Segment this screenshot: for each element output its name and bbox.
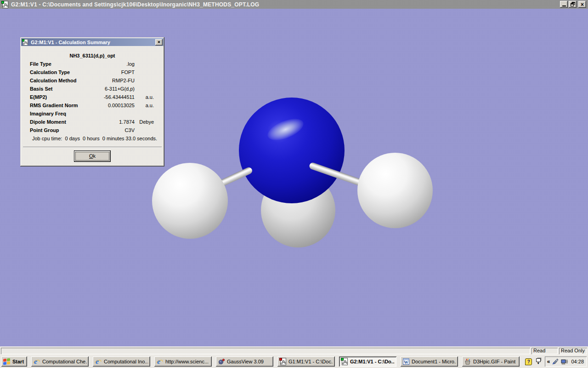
summary-row-dipole-moment: Dipole Moment 1.7874 Debye [21, 118, 164, 126]
taskbar-item-g2-window-active[interactable]: G2:M1:V1 - C:\Do... [339, 356, 396, 367]
read-only-badge-2: Read Only [559, 348, 587, 354]
taskbar-right-zone: ? ▼ « [524, 356, 587, 367]
row-label: RMS Gradient Norm [30, 103, 94, 108]
nitrogen-atom[interactable] [239, 98, 345, 203]
row-value: 1.7874 [94, 119, 135, 125]
close-icon: × [581, 2, 584, 7]
dialog-titlebar[interactable]: G2:M1:V1 - Calculation Summary × [21, 38, 164, 46]
row-unit: a.u. [135, 103, 154, 108]
window-status-dot [1, 1, 4, 4]
status-message-panel [1, 348, 530, 354]
taskbar-item-computational-che[interactable]: e Computational Che... [31, 356, 89, 367]
row-label: E(MP2) [30, 94, 94, 100]
minimize-icon [562, 6, 566, 6]
ok-button-focus-ring [76, 152, 109, 160]
dialog-body: NH3_6311(d,p)_opt File Type .log Calcula… [21, 46, 164, 165]
summary-row-emp2: E(MP2) -56.43444511 a.u. [21, 93, 164, 101]
row-label: Calculation Type [30, 69, 94, 75]
svg-text:W: W [404, 360, 408, 365]
row-unit: a.u. [135, 94, 154, 100]
close-button[interactable]: × [578, 1, 586, 8]
taskbar-item-g1-window[interactable]: G1:M1:V1 - C:\Doc... [277, 356, 335, 367]
row-value: -56.43444511 [94, 94, 135, 100]
summary-row-basis-set: Basis Set 6-311+G(d,p) [21, 85, 164, 93]
restore-icon [571, 2, 575, 7]
taskbar-item-computational-ino[interactable]: e Computational Ino... [93, 356, 150, 367]
calculation-summary-dialog: G2:M1:V1 - Calculation Summary × NH3_631… [20, 37, 164, 167]
gaussview-doc-icon-red [279, 358, 287, 365]
summary-row-file-type: File Type .log [21, 60, 164, 68]
dialog-close-button[interactable]: × [155, 39, 163, 46]
help-icon: ? [525, 358, 532, 365]
gaussview-doc-icon-green [341, 358, 348, 365]
task-label: Document1 - Micro... [412, 359, 456, 364]
row-value: 6-311+G(d,p) [94, 86, 135, 92]
row-unit: Debye [135, 119, 154, 125]
ok-button[interactable]: Ok [74, 151, 110, 161]
nitrogen-highlight [265, 114, 306, 144]
minimize-button[interactable] [560, 1, 568, 8]
job-title: NH3_6311(d,p)_opt [21, 52, 164, 60]
start-label: Start [12, 359, 24, 364]
row-label: File Type [30, 61, 94, 67]
row-value: RMP2-FU [94, 78, 135, 83]
ms-word-icon: W [402, 358, 410, 365]
ms-paint-icon [464, 358, 471, 365]
dialog-separator [23, 147, 162, 148]
taskbar-item-paint[interactable]: D3Hpic.GIF - Paint [462, 356, 520, 367]
task-label: GaussView 3.09 [227, 359, 264, 364]
dialog-close-icon: × [158, 40, 160, 45]
main-window-title: G2:M1:V1 - C:\Documents and Settings\cjk… [11, 1, 559, 8]
summary-row-point-group: Point Group C3V [21, 126, 164, 134]
summary-row-imaginary-freq: Imaginary Freq [21, 109, 164, 118]
start-button[interactable]: Start [1, 356, 27, 367]
dialog-title: G2:M1:V1 - Calculation Summary [31, 40, 155, 45]
hydrogen-atom-right[interactable] [357, 153, 433, 228]
task-label: Computational Ino... [104, 359, 148, 364]
task-label: D3Hpic.GIF - Paint [473, 359, 515, 364]
hydrogen-atom-left[interactable] [152, 163, 228, 239]
taskbar: Start e Computational Che... e Computati… [0, 355, 588, 368]
summary-row-rms-gradient: RMS Gradient Norm 0.00013025 a.u. [21, 101, 164, 109]
molecule-viewport[interactable]: G2:M1:V1 - Calculation Summary × NH3_631… [0, 9, 588, 346]
internet-explorer-icon: e [156, 358, 164, 365]
main-window-titlebar[interactable]: G2:M1:V1 - C:\Documents and Settings\cjk… [0, 0, 588, 9]
row-value: FOPT [94, 69, 135, 75]
taskbar-clock[interactable]: 04:28 [570, 359, 584, 364]
row-value: C3V [94, 127, 135, 133]
task-label: G1:M1:V1 - C:\Doc... [288, 359, 333, 364]
dialog-icon [22, 39, 28, 46]
expand-arrow-icon: ▼ [537, 362, 540, 365]
row-label: Basis Set [30, 86, 94, 92]
taskbar-item-sciencedirect[interactable]: e http://www.scienc... [154, 356, 212, 367]
desktop-screen: { "window": { "title": "G2:M1:V1 - C:\\D… [0, 0, 588, 368]
system-tray: « 04:28 [545, 356, 587, 367]
taskbar-item-word-document[interactable]: W Document1 - Micro... [401, 356, 458, 367]
summary-row-calc-method: Calculation Method RMP2-FU [21, 76, 164, 85]
gaussview-window-icon[interactable] [1, 1, 9, 8]
task-label: G2:M1:V1 - C:\Do... [350, 359, 395, 364]
row-label: Imaginary Freq [30, 111, 94, 116]
row-label: Calculation Method [30, 78, 94, 83]
desktop-toolbar-handle[interactable]: ▼ [534, 356, 543, 367]
status-bar: Read Only Read Only [0, 346, 588, 355]
gaussview-app-icon [218, 358, 225, 365]
row-value: .log [94, 61, 135, 67]
tray-launcher-icon[interactable] [552, 358, 559, 365]
row-label: Dipole Moment [30, 119, 94, 125]
windows-logo-icon [3, 358, 11, 365]
cpu-time-text: Job cpu time: 0 days 0 hours 0 minutes 3… [21, 134, 164, 143]
tray-collapse-chevron[interactable]: « [547, 358, 550, 365]
row-label: Point Group [30, 127, 94, 133]
task-label: Computational Che... [42, 359, 87, 364]
internet-explorer-icon: e [95, 358, 102, 365]
help-tray-button[interactable]: ? [524, 356, 534, 367]
taskbar-item-gaussview[interactable]: GaussView 3.09 [216, 356, 273, 367]
task-label: http://www.scienc... [165, 359, 209, 364]
tray-display-volume-icon[interactable] [561, 358, 568, 365]
dialog-status-dot [22, 39, 24, 41]
read-only-badge-1: Read Only [531, 348, 558, 354]
summary-row-calc-type: Calculation Type FOPT [21, 68, 164, 76]
row-value: 0.00013025 [94, 103, 135, 108]
restore-button[interactable] [569, 1, 577, 8]
